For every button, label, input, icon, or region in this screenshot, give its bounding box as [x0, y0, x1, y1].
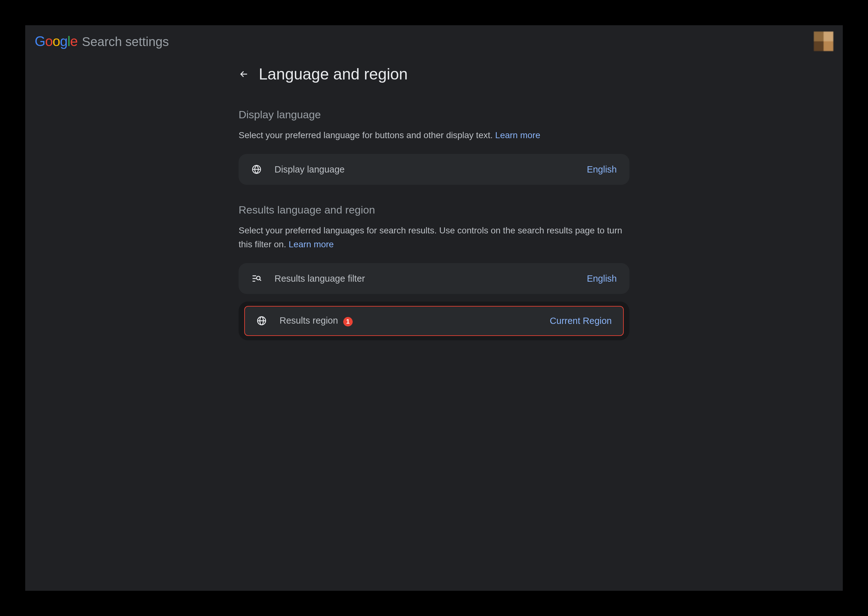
card-label: Display language [274, 164, 345, 175]
section-title: Display language [238, 108, 630, 121]
search-list-icon [251, 273, 262, 284]
display-language-row[interactable]: Display language English [238, 154, 630, 185]
card-left: Results region 1 [256, 316, 353, 327]
logo-line: Google Search settings [34, 33, 169, 49]
card-value: English [587, 273, 617, 284]
back-button[interactable] [238, 69, 249, 80]
section-description: Select your preferred language for butto… [238, 128, 630, 142]
page-header: Language and region [238, 65, 630, 83]
card-left: Results language filter [251, 273, 365, 284]
results-region-row[interactable]: Results region 1 Current Region [244, 306, 624, 336]
section-title: Results language and region [238, 204, 630, 216]
top-bar: Google Search settings [25, 25, 843, 55]
content: Language and region Display language Sel… [238, 65, 630, 340]
section-results-language-region: Results language and region Select your … [238, 204, 630, 340]
globe-icon [251, 164, 262, 175]
app-frame: Google Search settings Language and regi… [25, 25, 843, 591]
learn-more-link[interactable]: Learn more [495, 130, 540, 140]
learn-more-link[interactable]: Learn more [289, 239, 334, 249]
section-desc-text: Select your preferred language for butto… [238, 130, 495, 140]
card-label: Results language filter [274, 273, 365, 284]
results-language-filter-row[interactable]: Results language filter English [238, 263, 630, 294]
notification-badge: 1 [343, 317, 353, 327]
card-left: Display language [251, 164, 345, 175]
card-label: Results region [280, 316, 338, 325]
card-value: English [587, 164, 617, 175]
page-title: Language and region [259, 65, 408, 83]
world-icon [256, 316, 267, 326]
arrow-left-icon [238, 69, 249, 80]
avatar[interactable] [814, 31, 834, 51]
section-description: Select your preferred languages for sear… [238, 224, 630, 251]
app-title: Search settings [82, 35, 169, 49]
svg-point-1 [257, 276, 260, 280]
label-with-badge: Results region 1 [280, 316, 353, 327]
highlight-wrapper: Results region 1 Current Region [238, 302, 630, 340]
card-value: Current Region [550, 316, 612, 326]
google-logo: Google [34, 33, 78, 49]
section-display-language: Display language Select your preferred l… [238, 108, 630, 185]
